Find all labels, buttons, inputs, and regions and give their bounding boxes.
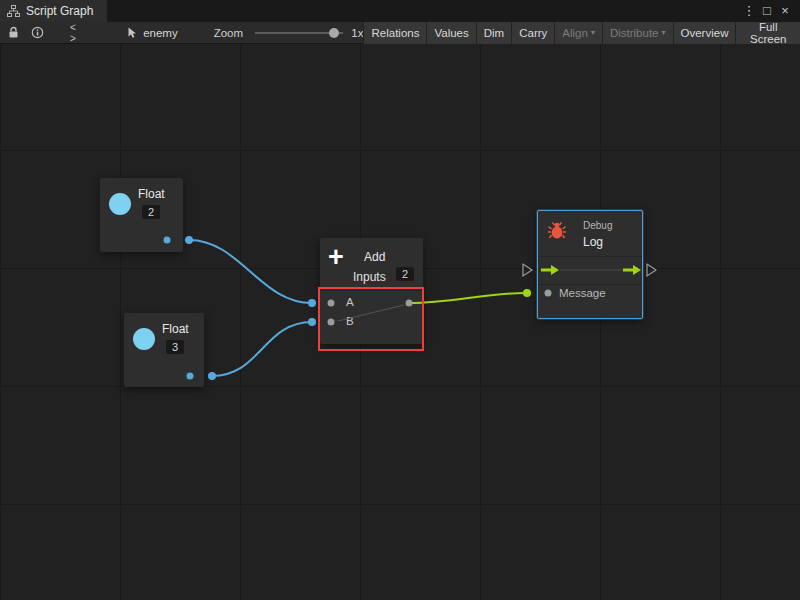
float-node-2[interactable]: Float 3 (124, 313, 204, 387)
debug-title: Log (583, 235, 603, 249)
zoom-label: Zoom (214, 27, 243, 39)
debug-log-node[interactable]: Debug Log Message (537, 210, 643, 319)
code-view-icon[interactable]: < > (70, 22, 87, 44)
float-node-1[interactable]: Float 2 (100, 178, 183, 252)
node-divider (538, 284, 642, 285)
graph-toolbar: < > enemy Zoom 1x Relations Values Dim C… (0, 22, 800, 44)
maximize-icon[interactable]: □ (758, 0, 776, 22)
info-icon[interactable] (31, 26, 44, 39)
zoom-value: 1x (351, 27, 363, 39)
script-graph-icon (7, 5, 20, 17)
debug-flow-in-triangle[interactable] (523, 264, 532, 276)
debug-category-label: Debug (583, 220, 612, 231)
add-title: Add (364, 250, 385, 264)
wire1-start-dot (185, 236, 193, 244)
toolbar-button-group: Relations Values Dim Carry Align ▾ Distr… (363, 22, 800, 44)
target-label: enemy (143, 27, 178, 39)
zoom-slider-handle[interactable] (329, 28, 339, 38)
chevron-down-icon: ▾ (662, 28, 666, 37)
debug-message-label: Message (559, 287, 606, 299)
close-icon[interactable]: × (776, 0, 794, 22)
node-divider (320, 290, 423, 291)
lock-icon[interactable] (8, 26, 19, 39)
distribute-button-label: Distribute (610, 27, 659, 39)
cursor-icon (127, 27, 138, 39)
add-node[interactable]: + Add Inputs 2 A B (320, 238, 423, 344)
node-divider (538, 256, 642, 257)
plus-icon: + (328, 244, 344, 271)
chevron-down-icon: ▾ (591, 28, 595, 37)
wire2-end-dot (308, 318, 316, 326)
zoom-slider[interactable] (255, 27, 343, 39)
titlebar: Script Graph ⋮ □ × (0, 0, 800, 22)
tab-title: Script Graph (26, 4, 93, 18)
wire-float1-to-a[interactable] (189, 240, 312, 303)
float-type-icon (109, 193, 131, 215)
menu-icon[interactable]: ⋮ (740, 0, 758, 22)
align-button-label: Align (562, 27, 588, 39)
align-button[interactable]: Align ▾ (554, 22, 602, 44)
graph-target-selector[interactable]: enemy (127, 27, 178, 39)
wire1-end-dot (308, 299, 316, 307)
float1-value-field[interactable]: 2 (142, 205, 160, 219)
graph-canvas[interactable]: Float 2 Float 3 + Add Inputs 2 A B Debug… (0, 44, 800, 600)
add-inputs-label: Inputs (353, 270, 386, 284)
distribute-button[interactable]: Distribute ▾ (602, 22, 673, 44)
float2-value-field[interactable]: 3 (166, 340, 184, 354)
relations-button[interactable]: Relations (363, 22, 426, 44)
fullscreen-button[interactable]: Full Screen (735, 22, 800, 44)
wire-add-to-message[interactable] (410, 293, 525, 303)
carry-button[interactable]: Carry (511, 22, 554, 44)
overview-button[interactable]: Overview (673, 22, 736, 44)
values-button[interactable]: Values (426, 22, 475, 44)
tab-script-graph[interactable]: Script Graph (0, 0, 107, 22)
bug-icon (547, 221, 567, 241)
add-port-b-label: B (346, 315, 354, 327)
float-type-icon (133, 328, 155, 350)
wire3-end-dot (523, 289, 531, 297)
add-port-a-label: A (346, 296, 354, 308)
wire-float2-to-b[interactable] (212, 322, 312, 376)
window-controls: ⋮ □ × (740, 0, 800, 22)
float2-title: Float (162, 322, 189, 336)
wire2-start-dot (208, 372, 216, 380)
add-inputs-count-field[interactable]: 2 (396, 267, 414, 281)
debug-flow-out-triangle[interactable] (647, 264, 656, 276)
float1-title: Float (138, 187, 165, 201)
dim-button[interactable]: Dim (476, 22, 511, 44)
